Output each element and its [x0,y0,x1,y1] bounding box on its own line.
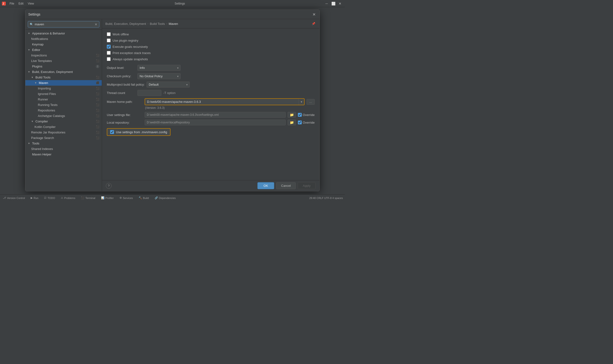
breadcrumb-tools[interactable]: Build Tools [150,22,165,26]
nav-item-shared-indexes[interactable]: Shared Indexes [25,146,102,152]
nav-tree: ▼ Appearance & Behavior Notifications Ke… [25,30,102,191]
user-settings-input[interactable] [145,112,286,118]
nav-item-compiler[interactable]: ▼ Compiler ⬛ [25,119,102,124]
window-controls: ─ ⬜ ✕ [324,1,343,6]
expand-icon: ▼ [31,76,34,79]
close-button[interactable]: ✕ [337,1,343,6]
maven-home-browse-button[interactable]: … [306,99,315,105]
nav-item-running-tests[interactable]: Running Tests ⬛ [25,102,102,108]
local-repo-input[interactable] [145,120,286,125]
nav-item-live-templates[interactable]: Live Templates ⬛ [25,58,102,64]
status-dependencies[interactable]: 🔗 Dependencies [154,196,177,200]
nav-item-importing[interactable]: Importing ⬛ [25,86,102,91]
nav-item-archetype-catalogs[interactable]: Archetype Catalogs ⬛ [25,113,102,119]
print-exception-checkbox[interactable] [107,51,111,55]
run-icon: ▶ [31,196,33,199]
user-settings-browse-button[interactable]: 📁 [288,112,296,118]
help-button[interactable]: ? [106,183,111,189]
services-icon: ⚙ [120,196,122,199]
nav-item-maven[interactable]: ▼ Maven ⬛ [25,80,102,86]
menu-file[interactable]: File [8,1,16,6]
nav-item-plugins[interactable]: Plugins ! [25,64,102,69]
nav-item-notifications[interactable]: Notifications [25,36,102,42]
always-update-checkbox[interactable] [107,57,111,61]
search-input[interactable] [28,21,99,27]
nav-item-runner[interactable]: Runner ⬛ [25,97,102,102]
settings-icon: ⬛ [96,98,99,101]
use-plugin-registry-checkbox[interactable] [107,39,111,42]
nav-item-build-tools[interactable]: ▼ Build Tools ⬛ [25,75,102,80]
expand-icon: ▼ [31,120,34,123]
plugins-badge: ! [96,65,99,68]
nav-item-tools[interactable]: ▼ Tools [25,141,102,146]
pin-button[interactable]: 📌 [311,21,316,26]
nav-item-repositories[interactable]: Repositories ⬛ [25,108,102,113]
status-run[interactable]: ▶ Run [30,196,39,200]
execute-goals-checkbox[interactable] [107,45,111,49]
nav-item-maven-helper[interactable]: Maven Helper [25,152,102,157]
use-mvn-settings-row: Use settings from .mvn/maven.config [107,128,315,136]
menu-view[interactable]: View [26,1,36,6]
settings-icon: ⬛ [96,136,99,139]
checksum-policy-label: Checksum policy: [107,74,136,78]
status-build[interactable]: 🔨 Build [138,196,150,200]
nav-item-kotlin-compiler[interactable]: Kotlin Compiler ⬛ [25,124,102,130]
status-profiler[interactable]: 📊 Profiler [100,196,115,200]
local-repo-override: Override [298,120,315,124]
nav-item-build-exec[interactable]: ▼ Build, Execution, Deployment [25,69,102,75]
maximize-button[interactable]: ⬜ [331,1,336,6]
cancel-button[interactable]: Cancel [276,182,296,189]
dialog-close-button[interactable]: ✕ [311,12,317,17]
status-right-info: 29:40 CRLF UTF-8 4 spaces [309,196,343,199]
nav-item-editor[interactable]: ▼ Editor [25,47,102,53]
settings-dialog: Settings ✕ 🔍 ✕ ▼ Appearance & Behavior [25,10,320,191]
user-settings-override-checkbox[interactable] [298,113,302,117]
settings-content: Build, Execution, Deployment › Build Too… [102,19,320,191]
breadcrumb-build[interactable]: Build, Execution, Deployment [105,22,146,26]
user-settings-label: User settings file: [107,113,143,117]
status-terminal[interactable]: ⬛ Terminal [80,196,96,200]
status-services[interactable]: ⚙ Services [119,196,134,200]
nav-item-appearance[interactable]: ▼ Appearance & Behavior [25,31,102,36]
apply-button[interactable]: Apply [298,182,316,189]
output-level-select[interactable]: Info Debug Error Warning [138,65,181,71]
expand-icon: ▼ [34,81,37,84]
ok-button[interactable]: OK [257,182,274,189]
always-update-row: Always update snapshots [107,57,315,61]
execute-goals-label: Execute goals recursively [112,45,148,49]
content-header: Build, Execution, Deployment › Build Too… [102,19,320,28]
status-todo[interactable]: ☑ TODO [43,196,56,200]
t-option-label: -T option [163,91,176,95]
use-mvn-settings-checkbox[interactable] [110,130,114,134]
status-version-control[interactable]: ⎇ Version Control [2,196,26,200]
local-repo-override-checkbox[interactable] [298,120,302,124]
checksum-policy-select[interactable]: No Global Policy Strict Lax Ignore [138,73,181,79]
execute-goals-row: Execute goals recursively [107,45,315,49]
nav-item-package-search[interactable]: Package Search ⬛ [25,135,102,141]
nav-item-ignored-files[interactable]: Ignored Files ⬛ [25,91,102,97]
settings-icon: ⬛ [96,81,99,84]
multiproject-policy-label: Multiproject build fail policy: [107,83,145,86]
local-repo-browse-button[interactable]: 📁 [288,120,296,125]
settings-icon: ⬛ [96,125,99,129]
minimize-button[interactable]: ─ [324,1,330,6]
work-offline-checkbox[interactable] [107,32,111,36]
maven-home-input[interactable] [145,99,299,105]
profiler-icon: 📊 [101,196,104,199]
maven-version-hint: (Version: 3.6.3) [145,106,315,110]
output-level-row: Output level: Info Debug Error Warning [107,65,315,71]
nav-item-remote-jar[interactable]: Remote Jar Repositories ⬛ [25,130,102,135]
breadcrumb-maven[interactable]: Maven [168,22,178,26]
clear-search-button[interactable]: ✕ [95,23,98,26]
status-problems[interactable]: ⚠ Problems [60,196,76,200]
nav-item-inspections[interactable]: Inspections ⬛ [25,53,102,58]
expand-icon: ▼ [28,32,31,35]
multiproject-policy-select[interactable]: Default Fail at end Fail fast [147,81,190,88]
maven-home-dropdown-button[interactable]: ▾ [299,99,304,105]
settings-icon: ⬛ [96,120,99,123]
breadcrumb-sep-2: › [166,22,167,25]
thread-count-input[interactable] [138,90,161,96]
maven-home-label: Maven home path: [107,100,143,104]
nav-item-keymap[interactable]: Keymap [25,42,102,47]
menu-edit[interactable]: Edit [16,1,25,6]
